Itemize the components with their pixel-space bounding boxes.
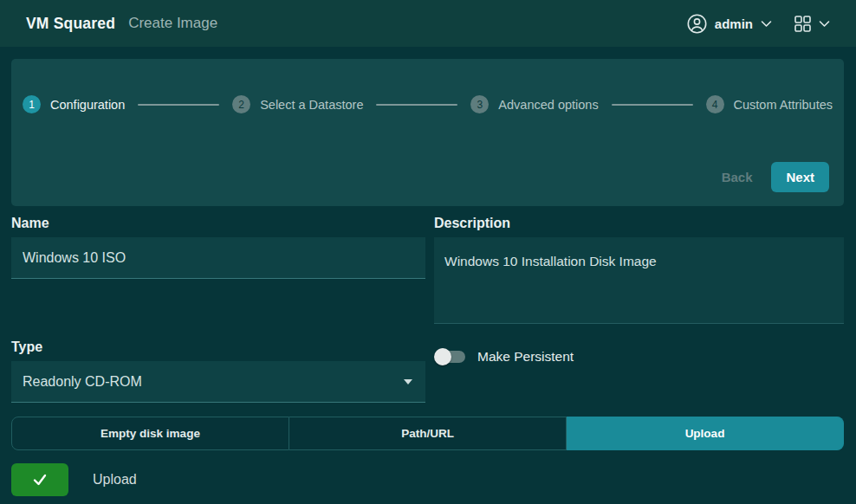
topbar-right: admin [687, 14, 830, 34]
description-textarea[interactable]: Windows 10 Installation Disk Image [434, 237, 844, 324]
chevron-down-icon [819, 20, 830, 28]
persistent-toggle[interactable] [434, 346, 467, 367]
step-number-badge: 4 [706, 95, 724, 113]
next-button[interactable]: Next [771, 162, 829, 192]
step-number-badge: 2 [232, 95, 250, 113]
tab-path-url[interactable]: Path/URL [289, 417, 567, 450]
step-configuration[interactable]: 1 Configuration [23, 95, 125, 113]
step-number-badge: 1 [23, 95, 41, 113]
type-select[interactable]: Readonly CD-ROM [11, 361, 425, 403]
caret-down-icon [404, 379, 412, 384]
step-label: Select a Datastore [260, 98, 363, 112]
step-label: Configuration [50, 98, 125, 112]
step-number-badge: 3 [470, 95, 489, 113]
name-label: Name [11, 216, 425, 232]
wizard-nav: Back Next [722, 162, 829, 192]
form-right-column: Description Windows 10 Installation Disk… [434, 206, 844, 403]
type-label: Type [11, 339, 425, 356]
grid-icon [794, 16, 811, 32]
step-label: Custom Attributes [734, 98, 833, 112]
step-advanced-options[interactable]: 3 Advanced options [470, 95, 598, 113]
upload-row: Upload [11, 463, 844, 496]
chevron-down-icon [761, 20, 772, 28]
tab-upload[interactable]: Upload [567, 417, 844, 450]
step-custom-attributes[interactable]: 4 Custom Attributes [706, 95, 833, 113]
step-select-datastore[interactable]: 2 Select a Datastore [232, 95, 363, 113]
name-input[interactable] [11, 237, 425, 279]
step-connector [612, 104, 693, 106]
image-form: Name Type Readonly CD-ROM Description Wi… [11, 206, 844, 403]
upload-file-button[interactable] [11, 463, 68, 496]
back-button[interactable]: Back [722, 170, 753, 184]
brand-title: VM Squared [26, 15, 115, 33]
page-title: Create Image [128, 15, 217, 32]
user-menu-button[interactable]: admin [687, 14, 772, 34]
tab-empty-disk-image[interactable]: Empty disk image [11, 417, 289, 450]
user-name: admin [715, 16, 753, 31]
description-label: Description [434, 216, 844, 232]
step-label: Advanced options [498, 98, 598, 112]
main-content: 1 Configuration 2 Select a Datastore 3 A… [0, 47, 856, 496]
type-select-value: Readonly CD-ROM [23, 374, 404, 390]
user-avatar-icon [687, 14, 707, 34]
topbar: VM Squared Create Image admin [0, 0, 856, 47]
toggle-knob [434, 348, 451, 365]
image-source-tabs: Empty disk image Path/URL Upload [11, 417, 844, 450]
step-connector [138, 104, 219, 106]
check-icon [30, 472, 49, 488]
wizard-card: 1 Configuration 2 Select a Datastore 3 A… [11, 59, 844, 206]
form-left-column: Name Type Readonly CD-ROM [11, 206, 425, 403]
wizard-stepper: 1 Configuration 2 Select a Datastore 3 A… [23, 59, 833, 113]
step-connector [376, 104, 457, 106]
persistent-toggle-row: Make Persistent [434, 346, 844, 367]
apps-menu-button[interactable] [794, 16, 830, 32]
persistent-label: Make Persistent [477, 349, 574, 365]
upload-row-label: Upload [93, 472, 137, 488]
